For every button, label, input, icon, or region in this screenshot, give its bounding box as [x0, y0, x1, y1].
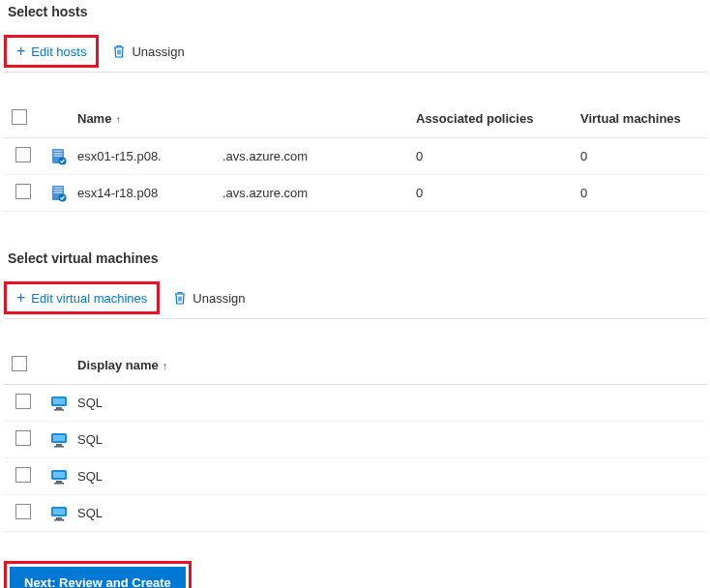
svg-rect-2 [54, 153, 63, 154]
vm-display-name: SQL [70, 495, 706, 532]
server-icon [50, 185, 68, 202]
host-name: esx01-r15.p08. [70, 138, 215, 175]
row-checkbox[interactable] [15, 184, 31, 199]
svg-rect-11 [53, 398, 65, 404]
edit-hosts-button[interactable]: + Edit hosts [7, 38, 96, 65]
plus-icon: + [16, 44, 25, 59]
row-checkbox[interactable] [15, 394, 31, 409]
trash-icon [112, 44, 126, 59]
table-row: esx01-r15.p08. .avs.azure.com 0 0 [4, 138, 706, 175]
svg-rect-12 [56, 407, 62, 409]
host-vms: 0 [573, 175, 706, 212]
highlight-next-button: Next: Review and Create [4, 561, 192, 588]
vms-toolbar: + Edit virtual machines Unassign [4, 281, 706, 319]
vms-col-display-name[interactable]: Display name↑ [70, 346, 706, 385]
unassign-vms-label: Unassign [192, 291, 245, 306]
row-checkbox[interactable] [15, 430, 31, 446]
unassign-hosts-button[interactable]: Unassign [103, 38, 193, 65]
sort-up-icon: ↑ [115, 113, 121, 125]
vm-display-name: SQL [70, 458, 706, 495]
svg-rect-8 [54, 191, 63, 192]
host-domain: .avs.azure.com [215, 138, 408, 175]
hosts-toolbar: + Edit hosts Unassign [4, 35, 706, 73]
svg-rect-13 [54, 409, 64, 411]
svg-rect-15 [53, 435, 65, 441]
svg-rect-1 [54, 150, 63, 151]
svg-rect-19 [53, 472, 65, 478]
host-vms: 0 [573, 138, 706, 175]
table-row: SQL [4, 458, 706, 495]
footer-bar: Next: Review and Create [4, 561, 706, 588]
svg-rect-21 [54, 483, 64, 485]
highlight-edit-hosts: + Edit hosts [4, 35, 99, 68]
plus-icon: + [16, 290, 25, 306]
svg-rect-20 [56, 481, 62, 483]
svg-rect-23 [53, 509, 65, 514]
table-row: esx14-r18.p08 .avs.azure.com 0 0 [4, 175, 706, 212]
vms-table: Display name↑ SQL [4, 346, 706, 532]
svg-rect-24 [56, 517, 62, 519]
edit-vms-button[interactable]: + Edit virtual machines [7, 284, 157, 311]
svg-rect-6 [54, 187, 63, 188]
monitor-icon [50, 431, 68, 449]
hosts-col-vms[interactable]: Virtual machines [573, 100, 706, 138]
server-icon [50, 148, 68, 165]
hosts-select-all-checkbox[interactable] [12, 109, 27, 125]
vm-display-name: SQL [70, 385, 706, 422]
host-domain: .avs.azure.com [215, 175, 408, 212]
sort-up-icon: ↑ [163, 360, 168, 371]
hosts-col-policies[interactable]: Associated policies [408, 100, 573, 138]
svg-rect-25 [54, 519, 64, 521]
select-hosts-heading: Select hosts [4, 4, 706, 19]
svg-rect-3 [54, 155, 63, 156]
highlight-edit-vms: + Edit virtual machines [4, 281, 160, 314]
svg-rect-16 [56, 444, 62, 446]
unassign-vms-button[interactable]: Unassign [163, 284, 254, 311]
table-row: SQL [4, 495, 706, 532]
svg-rect-7 [54, 190, 63, 191]
unassign-hosts-label: Unassign [132, 44, 184, 59]
row-checkbox[interactable] [15, 504, 31, 519]
row-checkbox[interactable] [15, 147, 31, 162]
hosts-table: Name↑ Associated policies Virtual machin… [4, 100, 706, 212]
host-policies: 0 [408, 138, 573, 175]
host-policies: 0 [408, 175, 573, 212]
monitor-icon [50, 468, 68, 485]
next-review-create-button[interactable]: Next: Review and Create [10, 567, 186, 588]
hosts-col-name[interactable]: Name↑ [70, 100, 215, 138]
vm-display-name: SQL [70, 422, 706, 458]
vms-select-all-checkbox[interactable] [12, 356, 27, 371]
row-checkbox[interactable] [15, 467, 31, 483]
edit-hosts-label: Edit hosts [31, 44, 86, 59]
trash-icon [173, 290, 187, 306]
table-row: SQL [4, 422, 706, 458]
monitor-icon [50, 505, 68, 522]
table-row: SQL [4, 385, 706, 422]
edit-vms-label: Edit virtual machines [31, 291, 147, 306]
host-name: esx14-r18.p08 [70, 175, 215, 212]
select-vms-heading: Select virtual machines [4, 250, 706, 266]
monitor-icon [50, 395, 68, 412]
svg-rect-17 [54, 446, 64, 448]
